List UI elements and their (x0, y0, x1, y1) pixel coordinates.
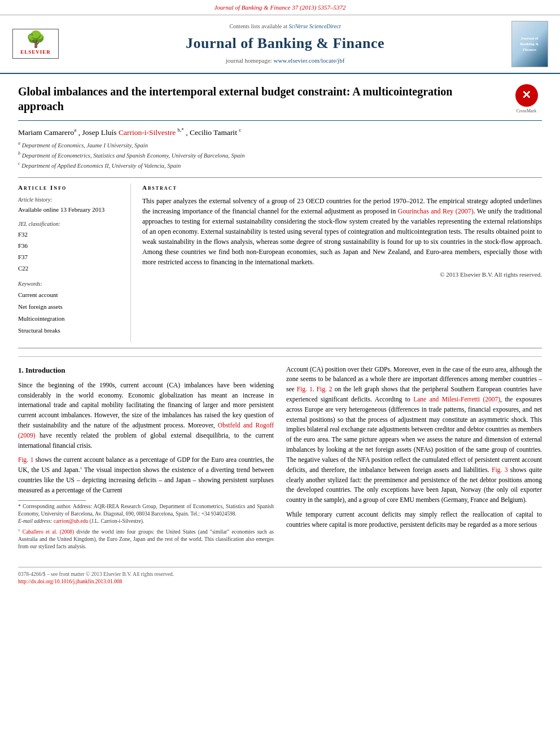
jel-f36: F36 (18, 241, 123, 252)
sciverse-link[interactable]: SciVerse ScienceDirect (288, 23, 340, 29)
author-separator1: , Josep Lluís (78, 128, 119, 136)
mini-journal-cover: Journal of Banking & Finance (511, 21, 548, 67)
article-main-title: Global imbalances and the intertemporal … (18, 84, 481, 113)
journal-homepage: journal homepage: www.elsevier.com/locat… (67, 56, 504, 65)
affiliation-c: c Department of Applied Economics II, Un… (18, 160, 542, 171)
affil-c-text: Department of Applied Economics II, Univ… (21, 163, 181, 169)
crossmark-badge[interactable]: ✕ CrossMark (511, 84, 542, 115)
history-block: Article history: Available online 13 Feb… (18, 196, 123, 214)
author-b-sup: b,* (178, 127, 184, 133)
abstract-title: Abstract (142, 184, 542, 193)
author-separator2: , Cecilio Tamarit (186, 128, 237, 136)
fn1-sup: 1 (18, 528, 20, 532)
authors-line: Mariam Camareroa , Josep Lluís Carrion-i… (18, 126, 542, 138)
author-camarero: Mariam Camarero (18, 128, 74, 136)
elsevier-label: ELSEVIER (16, 49, 55, 56)
history-value: Available online 13 February 2013 (18, 206, 123, 215)
keyword-1: Current account (18, 289, 123, 301)
affil-b-text: Department of Econometrics, Statistics a… (22, 152, 245, 158)
abstract-col: Abstract This paper analyzes the externa… (142, 184, 542, 342)
sciverse-line: Contents lists available at SciVerse Sci… (67, 23, 504, 31)
footnote-1: 1 Caballero et al. (2008) divide the wor… (18, 528, 274, 551)
article-title-section: Global imbalances and the intertemporal … (18, 84, 542, 121)
footer-doi: http://dx.doi.org/10.1016/j.jbankfin.201… (18, 578, 174, 586)
body-two-col: 1. Introduction Since the beginning of t… (18, 365, 542, 551)
body-para-right-1: Account (CA) position over their GDPs. M… (286, 365, 542, 505)
body-para-1: Since the beginning of the 1990s, curren… (18, 381, 274, 451)
mini-cover-text: Journal of Banking & Finance (514, 36, 546, 53)
body-para-right-2: While temporary current account deficits… (286, 510, 542, 530)
author-a-sup: a (74, 127, 76, 133)
keyword-4: Structural breaks (18, 325, 123, 337)
jel-f32: F32 (18, 229, 123, 241)
author-carrion-link[interactable]: Carrion-i-Silvestre (119, 128, 176, 136)
abstract-ref-gourinchas[interactable]: Gourinchas and Rey (2007) (398, 207, 474, 215)
banner-right-logo: Journal of Banking & Finance (509, 21, 550, 67)
footnote-star: * Corresponding author. Address: AQR-IRE… (18, 503, 274, 526)
body-left-col: 1. Introduction Since the beginning of t… (18, 365, 274, 551)
affil-a-sup: a (18, 141, 20, 146)
abstract-copyright: © 2013 Elsevier B.V. All rights reserved… (142, 270, 542, 279)
crossmark-text: CrossMark (517, 108, 537, 115)
affiliation-a: a Department of Economics, Jaume I Unive… (18, 140, 542, 150)
homepage-link[interactable]: www.elsevier.com/locate/jbf (274, 57, 345, 64)
elsevier-logo-area: 🌳 ELSEVIER (10, 29, 61, 59)
ref-fig3[interactable]: Fig. 3 (492, 466, 508, 473)
body-right-col: Account (CA) position over their GDPs. M… (286, 365, 542, 551)
homepage-prefix: journal homepage: (226, 57, 274, 64)
keyword-2: Net foreign assets (18, 301, 123, 313)
jel-c22: C22 (18, 263, 123, 274)
section-divider (18, 356, 542, 357)
affiliation-b: b Department of Econometrics, Statistics… (18, 150, 542, 160)
affiliations: a Department of Economics, Jaume I Unive… (18, 140, 542, 171)
ref-obstfeld[interactable]: Obstfeld and Rogoff (2009) (18, 422, 274, 439)
keyword-3: Multicointegration (18, 313, 123, 325)
ref-fig1-right[interactable]: Fig. 1 (297, 386, 313, 392)
affil-a-text: Department of Economics, Jaume I Univers… (22, 142, 148, 148)
jel-block: JEL classification: F32 F36 F37 C22 (18, 220, 123, 274)
article-info-title: Article Info (18, 184, 123, 193)
ref-lane-milesi[interactable]: Lane and Milesi-Ferretti (2007) (413, 396, 500, 403)
footer-left: 0378-4266/$ – see front matter © 2013 El… (18, 571, 174, 587)
email-label: E-mail address: (18, 518, 54, 524)
jel-label: JEL classification: (18, 220, 123, 229)
jel-f37: F37 (18, 252, 123, 263)
ref-fig2[interactable]: Fig. 2 (317, 386, 333, 392)
footnote-ref-1: 1 (80, 466, 82, 470)
info-abstract-row: Article Info Article history: Available … (18, 177, 542, 348)
ref-caballero[interactable]: Caballero et al. (2008) (23, 529, 74, 535)
journal-citation: Journal of Banking & Finance 37 (2013) 5… (214, 4, 345, 11)
elsevier-tree-icon: 🌳 (16, 32, 55, 47)
footer-issn: 0378-4266/$ – see front matter © 2013 El… (18, 571, 174, 579)
affil-b-sup: b (18, 151, 20, 156)
journal-banner: 🌳 ELSEVIER Contents lists available at S… (0, 15, 560, 74)
journal-title-banner: Journal of Banking & Finance (67, 33, 504, 54)
section1-heading: 1. Introduction (18, 365, 274, 376)
banner-center: Contents lists available at SciVerse Sci… (67, 23, 504, 65)
abstract-text: This paper analyzes the external solvenc… (142, 196, 542, 267)
affil-c-sup: c (18, 161, 20, 166)
keywords-label: Keywords: (18, 280, 123, 289)
keywords-list: Current account Net foreign assets Multi… (18, 289, 123, 337)
email-name: (J.L. Carrion-i-Silvestre). (90, 518, 145, 524)
jel-codes: F32 F36 F37 C22 (18, 229, 123, 274)
page-footer: 0378-4266/$ – see front matter © 2013 El… (18, 567, 542, 591)
footer-doi-link[interactable]: http://dx.doi.org/10.1016/j.jbankfin.201… (18, 579, 122, 584)
sciverse-prefix: Contents lists available at (229, 23, 287, 29)
keywords-block: Keywords: Current account Net foreign as… (18, 280, 123, 337)
elsevier-logo-box: 🌳 ELSEVIER (12, 29, 59, 59)
main-content: Global imbalances and the intertemporal … (0, 74, 560, 561)
article-info-col: Article Info Article history: Available … (18, 184, 131, 342)
body-para-2: Fig. 1 shows the current account balance… (18, 455, 274, 495)
footnote-divider (18, 500, 86, 501)
author-c-sup: c (239, 127, 241, 133)
journal-top-bar: Journal of Banking & Finance 37 (2013) 5… (0, 0, 560, 15)
crossmark-icon: ✕ (515, 84, 538, 107)
email-link[interactable]: carrion@ub.edu (54, 518, 88, 524)
ref-fig1-left[interactable]: Fig. 1 (18, 456, 33, 463)
history-label: Article history: (18, 196, 123, 204)
